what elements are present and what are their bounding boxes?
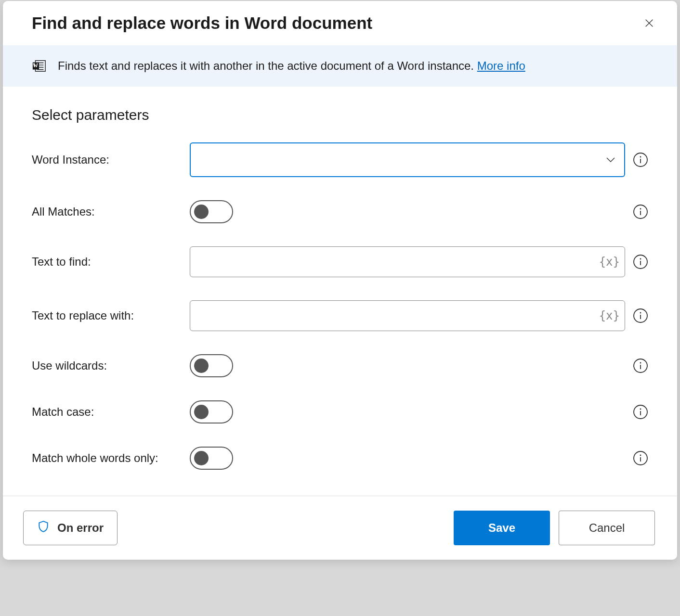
info-icon[interactable]: [633, 404, 648, 420]
info-icon[interactable]: [633, 450, 648, 466]
dialog-footer: On error Save Cancel: [3, 496, 677, 560]
param-control: [190, 400, 648, 424]
match-whole-words-label: Match whole words only:: [32, 451, 190, 465]
toggle-knob: [194, 359, 209, 373]
dialog-header: Find and replace words in Word document: [3, 1, 677, 45]
info-icon[interactable]: [633, 308, 648, 323]
toggle-knob: [194, 405, 209, 419]
match-whole-words-toggle[interactable]: [190, 447, 233, 470]
param-control: [190, 200, 648, 223]
param-row-match-whole-words: Match whole words only:: [32, 447, 648, 470]
footer-actions: Save Cancel: [454, 511, 655, 545]
info-icon[interactable]: [633, 254, 648, 270]
chevron-down-icon: [605, 154, 616, 166]
param-control: {x}: [190, 246, 648, 277]
more-info-link[interactable]: More info: [477, 59, 525, 72]
toggle-knob: [194, 451, 209, 465]
all-matches-label: All Matches:: [32, 205, 190, 218]
svg-point-15: [640, 258, 641, 260]
toggle-knob: [194, 205, 209, 219]
match-case-label: Match case:: [32, 405, 190, 419]
svg-point-12: [640, 208, 641, 210]
info-icon[interactable]: [633, 204, 648, 219]
param-row-use-wildcards: Use wildcards:: [32, 354, 648, 377]
params-container: Select parameters Word Instance:: [3, 87, 677, 496]
on-error-button[interactable]: On error: [23, 511, 118, 545]
info-banner: Finds text and replaces it with another …: [3, 45, 677, 87]
all-matches-toggle[interactable]: [190, 200, 233, 223]
on-error-label: On error: [57, 521, 104, 535]
param-row-word-instance: Word Instance:: [32, 142, 648, 177]
dialog-title: Find and replace words in Word document: [32, 13, 372, 33]
param-row-text-to-find: Text to find: {x}: [32, 246, 648, 277]
param-control: [190, 447, 648, 470]
match-case-toggle[interactable]: [190, 400, 233, 424]
variable-icon[interactable]: {x}: [599, 309, 620, 322]
save-button[interactable]: Save: [454, 511, 550, 545]
info-text: Finds text and replaces it with another …: [58, 59, 525, 73]
info-description: Finds text and replaces it with another …: [58, 59, 477, 72]
text-to-find-input[interactable]: {x}: [190, 246, 625, 277]
param-row-all-matches: All Matches:: [32, 200, 648, 223]
svg-point-9: [640, 156, 641, 158]
text-to-replace-label: Text to replace with:: [32, 309, 190, 322]
param-control: [190, 142, 648, 177]
word-instance-dropdown[interactable]: [190, 142, 625, 177]
shield-icon: [37, 520, 50, 536]
close-button[interactable]: [641, 14, 658, 32]
section-heading: Select parameters: [32, 107, 648, 123]
cancel-button[interactable]: Cancel: [559, 511, 655, 545]
close-icon: [644, 18, 654, 28]
param-control: {x}: [190, 300, 648, 331]
text-to-replace-input[interactable]: {x}: [190, 300, 625, 331]
use-wildcards-label: Use wildcards:: [32, 359, 190, 372]
info-icon[interactable]: [633, 152, 648, 167]
text-to-find-label: Text to find:: [32, 255, 190, 269]
info-icon[interactable]: [633, 358, 648, 373]
variable-icon[interactable]: {x}: [599, 255, 620, 269]
param-row-match-case: Match case:: [32, 400, 648, 424]
dialog: Find and replace words in Word document …: [3, 1, 677, 560]
param-row-text-to-replace: Text to replace with: {x}: [32, 300, 648, 331]
svg-point-27: [640, 455, 641, 456]
use-wildcards-toggle[interactable]: [190, 354, 233, 377]
param-control: [190, 354, 648, 377]
svg-point-24: [640, 409, 641, 410]
word-instance-label: Word Instance:: [32, 153, 190, 167]
svg-point-18: [640, 312, 641, 314]
svg-point-21: [640, 362, 641, 364]
word-icon: [32, 59, 46, 73]
